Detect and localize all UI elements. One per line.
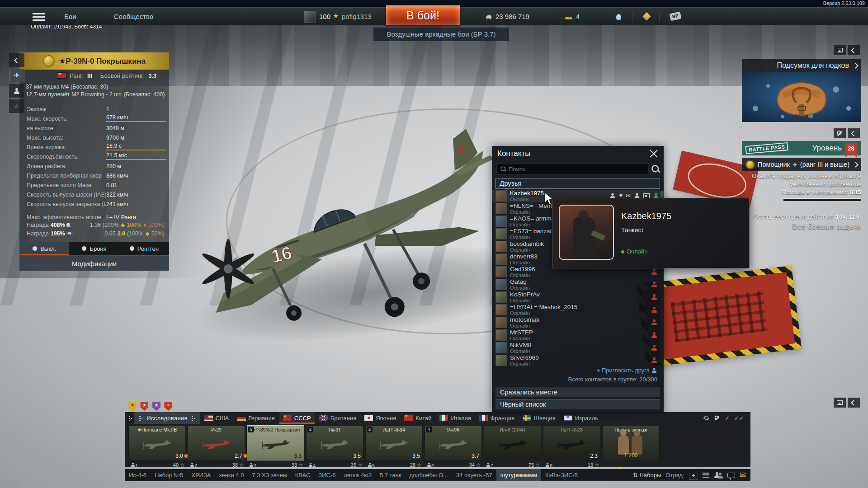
- tab-research[interactable]: Исследования: [134, 412, 200, 424]
- chat-tab[interactable]: 34 охуеть -57: [452, 469, 496, 481]
- friend-row[interactable]: KoStoPrAvОфлайн: [492, 291, 664, 304]
- chat-tab[interactable]: долбоёбы О...: [405, 469, 452, 481]
- crew-button[interactable]: [9, 84, 24, 98]
- to-battle-button[interactable]: В бой!: [386, 5, 460, 26]
- list-icon[interactable]: [703, 473, 709, 478]
- menu-community[interactable]: Сообщество: [114, 13, 153, 20]
- tab-view-off[interactable]: Выкл.: [19, 242, 69, 255]
- modifications-button[interactable]: Модификации: [19, 256, 169, 271]
- vehicle-card-il8[interactable]: Ил-8 (1944): [484, 425, 541, 460]
- all-tasks-link[interactable]: Все боевые задачи: [742, 223, 861, 231]
- collapse-button[interactable]: [848, 45, 860, 55]
- friends-group-header[interactable]: Друзья: [495, 178, 660, 189]
- profile-card-icon[interactable]: [643, 193, 650, 198]
- chevron-left-icon: [851, 47, 857, 53]
- gear-icon[interactable]: [703, 415, 710, 422]
- tab-nation-japan[interactable]: Япония: [361, 412, 400, 424]
- plane-silhouette-icon: [142, 439, 172, 451]
- battle-pass-bar[interactable]: BATTLE PASS Уровень 28: [742, 141, 861, 155]
- vehicle-card-hurricane[interactable]: ★Hurricane Mk.IIB 3.0: [128, 425, 186, 460]
- vehicle-card-yak9k[interactable]: 4 Як-9К 3.7: [425, 425, 482, 460]
- collapse-button[interactable]: [848, 128, 860, 138]
- collapse-button[interactable]: [848, 398, 860, 408]
- vehicle-card-p39-selected[interactable]: 5 ★P-39N-0 Покрышкин 3.3: [247, 425, 304, 460]
- tab-view-xray[interactable]: Рентген: [119, 242, 169, 255]
- tab-nation-france[interactable]: Франция: [476, 412, 518, 424]
- search-input[interactable]: [496, 163, 649, 175]
- vehicle-card-i29[interactable]: И-29 2.7: [188, 425, 245, 460]
- vehicle-card-lagg334[interactable]: 2 ЛаГГ-3-34 3.5: [365, 425, 423, 460]
- award-shield-x-icon[interactable]: ×: [164, 402, 172, 411]
- chat-tab[interactable]: ХРИЗА: [187, 469, 215, 481]
- award-shield-purple-icon[interactable]: ★: [152, 402, 160, 411]
- friend-row[interactable]: NikVM8Офлайн: [492, 342, 664, 354]
- chat-tab[interactable]: 5.7 танк: [376, 469, 406, 481]
- vehicle-card-yak9t[interactable]: 2 Як-9Т 3.5: [306, 425, 363, 460]
- achievements-button[interactable]: ☆: [9, 99, 24, 113]
- friend-row[interactable]: MrSTEPОфлайн: [492, 329, 664, 342]
- invite-friend-link[interactable]: + Пригласить друга: [492, 367, 664, 376]
- vehicle-card-lagg323[interactable]: ЛаГГ-3-23 2.3: [543, 425, 600, 460]
- award-shield-gold-icon[interactable]: ★: [128, 402, 137, 411]
- group-fought-together[interactable]: Сражались вместе: [495, 387, 660, 397]
- chat-tab-selected[interactable]: шутурммммм: [496, 469, 541, 481]
- chat-tab[interactable]: летка 4ю3: [340, 469, 376, 481]
- tab-nation-britain[interactable]: Британия: [316, 412, 360, 424]
- battle-mode-label[interactable]: Воздушные аркадные бои (БР 3.7): [373, 28, 509, 41]
- search-button-icon[interactable]: [651, 165, 660, 174]
- battle-task-header[interactable]: Помощник ✈ (ранг III и выше): [742, 158, 861, 171]
- squad-label: Отряд:: [665, 472, 684, 479]
- tab-nation-china[interactable]: Китай: [401, 412, 435, 424]
- player-nickname[interactable]: pofig1313: [342, 13, 372, 20]
- battle-pass-tag-icon[interactable]: BP: [670, 12, 682, 21]
- pouch-banner-image[interactable]: [742, 72, 861, 122]
- hire-crew-card[interactable]: Нанять экипаж 1 200: [602, 425, 660, 460]
- player-avatar[interactable]: [304, 11, 316, 23]
- chat-tab[interactable]: зенки 4.0: [215, 469, 248, 481]
- chat-bar-right: ⇅ Наборы Отряд: + ✉: [633, 470, 750, 480]
- back-button[interactable]: [9, 53, 24, 67]
- player-level: 100: [319, 13, 330, 20]
- news-button[interactable]: [834, 45, 846, 55]
- select-check-icon[interactable]: ✓: [725, 415, 730, 422]
- wrench-check-icon[interactable]: [715, 415, 720, 421]
- stat-row: Длина разбега:280 м: [19, 160, 169, 169]
- workshop-collapse-buttons: [834, 128, 860, 138]
- tab-nation-ussr[interactable]: СССР: [279, 412, 315, 424]
- premium-diamond-icon[interactable]: [642, 12, 651, 20]
- replays-button[interactable]: [834, 398, 846, 408]
- vehicle-slot: 4 Як-9К 3.7 634 ☆: [425, 425, 482, 469]
- close-icon[interactable]: [649, 149, 658, 158]
- tab-nation-germany[interactable]: Германия: [234, 412, 278, 424]
- chat-tab[interactable]: КВАС: [291, 469, 315, 481]
- tab-nation-israel[interactable]: Израиль: [560, 412, 602, 424]
- players-icon[interactable]: [714, 472, 723, 479]
- vehicle-info-button[interactable]: ✈: [9, 69, 24, 82]
- chat-tab[interactable]: 7.3 ХЗ зачем: [248, 469, 291, 481]
- friend-row[interactable]: GatagОфлайн: [492, 278, 664, 291]
- chat-tab[interactable]: Набор №5: [151, 469, 187, 481]
- friend-row[interactable]: motosimakОфлайн: [492, 316, 664, 329]
- mail-icon[interactable]: ✉: [740, 470, 746, 480]
- warbond-lamp-icon[interactable]: [616, 14, 621, 20]
- pouch-banner-header[interactable]: Подсумок для подков: [742, 59, 861, 72]
- workshop-button[interactable]: [834, 128, 846, 138]
- multi-select-icon[interactable]: ✓✓: [734, 415, 744, 422]
- chat-bubble-icon[interactable]: [727, 473, 735, 478]
- award-shield-red-icon[interactable]: ★: [140, 402, 148, 411]
- research-tree-icon[interactable]: [129, 416, 132, 421]
- menu-battles[interactable]: Бои: [64, 13, 76, 20]
- friend-row[interactable]: =HYRAL= Meshok_2015Офлайн: [492, 304, 664, 316]
- tab-view-armor[interactable]: Броня: [69, 242, 119, 255]
- chat-tab[interactable]: Ис-4-6: [125, 469, 151, 481]
- tab-nation-usa[interactable]: США: [201, 412, 233, 424]
- chat-tab[interactable]: ЗИС-6: [314, 469, 340, 481]
- friend-row[interactable]: Silver6969Офлайн: [492, 354, 664, 367]
- squad-add-button[interactable]: +: [689, 471, 698, 480]
- hamburger-menu-icon[interactable]: [33, 13, 45, 21]
- presets-button[interactable]: ⇅ Наборы: [633, 472, 661, 479]
- tab-nation-sweden[interactable]: Швеция: [519, 412, 559, 424]
- group-blacklist[interactable]: Чёрный список: [495, 399, 660, 409]
- chat-tab[interactable]: КэВэ-ЗИС-5: [541, 469, 582, 481]
- tab-nation-italy[interactable]: Италия: [436, 412, 474, 424]
